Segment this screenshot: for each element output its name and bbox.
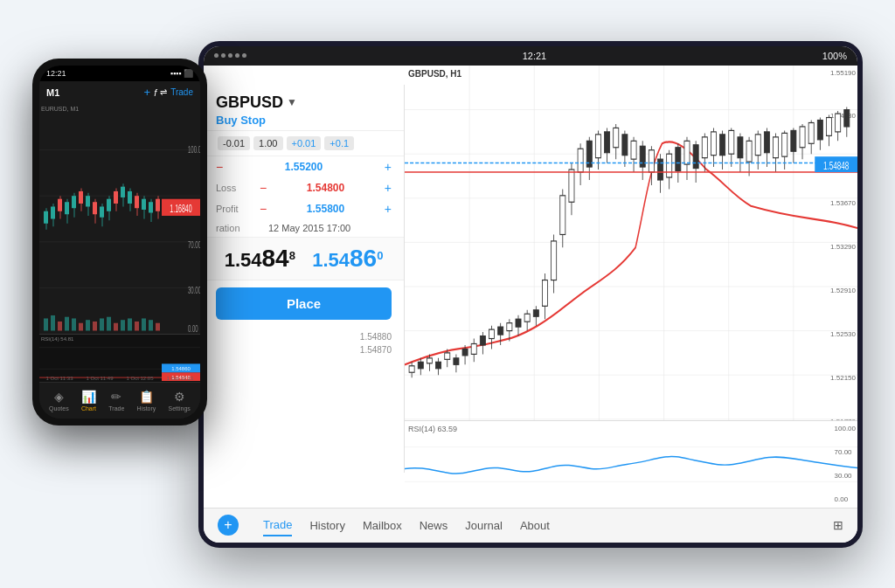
svg-rect-141 [65,202,69,214]
nav-history[interactable]: 📋 History [137,390,156,412]
svg-rect-155 [114,190,118,203]
svg-rect-36 [498,327,503,335]
phone-toolbar-plus[interactable]: + [144,86,151,99]
grid-icon[interactable]: ⊞ [833,518,843,532]
tab-trade[interactable]: Trade [263,515,292,536]
svg-rect-112 [836,114,841,132]
svg-rect-149 [93,202,97,214]
svg-rect-168 [44,318,48,330]
phone-rsi-label: RSI(14) 54.81 [41,336,73,342]
nav-trade-label: Trade [108,405,124,412]
nav-settings[interactable]: ⚙ Settings [169,390,191,412]
svg-rect-176 [100,318,104,330]
bid-price: 1.54848 [225,245,295,273]
trade-icon: ✏ [111,390,121,404]
svg-rect-50 [560,195,565,234]
svg-rect-90 [738,136,743,157]
adj-buttons[interactable]: -0.01 1.00 +0.01 +0.1 [218,136,354,150]
svg-rect-167 [156,198,160,211]
svg-rect-135 [44,211,48,223]
sl-plus[interactable]: + [385,181,392,195]
adj-100[interactable]: 1.00 [253,136,282,150]
svg-rect-54 [578,149,583,172]
svg-rect-72 [657,159,663,180]
phone-toolbar-arrows[interactable]: ⇌ [160,87,167,97]
tab-mailbox[interactable]: Mailbox [363,515,402,536]
adj-plus-01[interactable]: +0.1 [324,136,354,150]
tp-minus[interactable]: − [260,202,267,216]
tablet-status-bar: 12:21 100% [204,46,857,66]
svg-rect-28 [462,349,468,355]
tab-journal[interactable]: Journal [465,515,503,536]
history-icon: 📋 [139,390,154,404]
svg-rect-88 [729,130,734,154]
svg-rect-139 [58,198,62,211]
status-dots [214,53,246,58]
svg-rect-102 [791,130,796,151]
add-button[interactable]: + [218,515,239,536]
tablet-tab-bar: + Trade History Mailbox News Journal Abo… [204,508,857,543]
place-button[interactable]: Place [216,287,392,320]
tab-news[interactable]: News [420,515,448,536]
phone-trade-button[interactable]: Trade [170,87,193,97]
nav-quotes[interactable]: ◈ Quotes [49,390,69,412]
phone-bottom-nav: ◈ Quotes 📊 Chart ✏ Trade 📋 History ⚙ [39,382,200,419]
svg-rect-76 [676,147,681,170]
adj-minus-001[interactable]: -0.01 [218,136,250,150]
svg-rect-184 [156,322,160,330]
nav-quotes-label: Quotes [49,405,69,412]
trade-panel-header: GBPUSD ▼ Buy Stop [204,85,404,131]
symbol-text: GBPUSD [216,93,283,112]
svg-rect-84 [711,131,716,155]
phone-timeframe: M1 [46,87,141,98]
svg-rect-108 [817,120,822,139]
tablet-battery: 100% [822,51,847,61]
bid-ask-display: 1.54848 1.54860 [204,238,404,280]
phone-chart-label: EURUSD, M1 [41,106,79,112]
phone-toolbar: M1 + f ⇌ Trade [39,81,200,104]
tab-history[interactable]: History [309,515,344,536]
price-plus[interactable]: + [385,160,392,174]
svg-rect-114 [844,109,850,126]
svg-rect-30 [471,343,476,354]
svg-rect-48 [552,240,557,280]
expiration-row: ration 12 May 2015 17:00 [204,219,404,238]
price-minus[interactable]: − [216,160,223,174]
sl-minus[interactable]: − [260,181,267,195]
trade-panel: GBPUSD ▼ Buy Stop -0.01 1.00 +0.01 + [204,85,405,473]
phone-time: 12:21 [46,69,66,78]
tablet-time: 12:21 [523,51,547,61]
svg-rect-70 [649,149,654,171]
svg-rect-161 [135,196,139,208]
main-chart: GBPUSD, H1 1.55190 1.54430 1.54050 1.536… [405,66,857,508]
svg-rect-174 [86,320,90,330]
svg-rect-62 [614,128,619,147]
ask-price: 1.54860 [312,245,383,273]
nav-chart[interactable]: 📊 Chart [81,390,96,412]
price-level-value-1: 1.54880 [360,332,392,342]
svg-rect-163 [142,198,146,209]
tablet-chart-area: GBPUSD ▼ Buy Stop -0.01 1.00 +0.01 + [204,66,857,508]
svg-text:1.54860: 1.54860 [171,366,191,371]
phone: 12:21 ▪▪▪▪ ⬛ M1 + f ⇌ Trade EURUSD, M1 [32,59,207,425]
svg-rect-60 [605,131,610,152]
svg-rect-171 [65,316,69,330]
svg-rect-178 [114,322,118,330]
adj-plus-001[interactable]: +0.01 [287,136,322,150]
symbol-arrow: ▼ [287,96,297,108]
price-levels: 1.54880 1.54870 [204,327,404,473]
tab-about[interactable]: About [520,515,550,536]
phone-toolbar-f[interactable]: f [154,87,156,98]
phone-status-bar: 12:21 ▪▪▪▪ ⬛ [39,66,200,81]
nav-trade[interactable]: ✏ Trade [108,390,124,412]
tp-plus[interactable]: + [385,202,392,216]
svg-rect-74 [667,154,672,177]
svg-rect-66 [631,141,636,159]
expiration-value: 12 May 2015 17:00 [268,223,350,233]
svg-rect-100 [782,133,787,156]
svg-rect-52 [569,169,574,202]
chart-icon: 📊 [81,390,96,404]
phone-candlestick-svg: 1.16840 [39,104,200,334]
svg-rect-26 [454,357,459,363]
svg-rect-159 [128,190,132,203]
